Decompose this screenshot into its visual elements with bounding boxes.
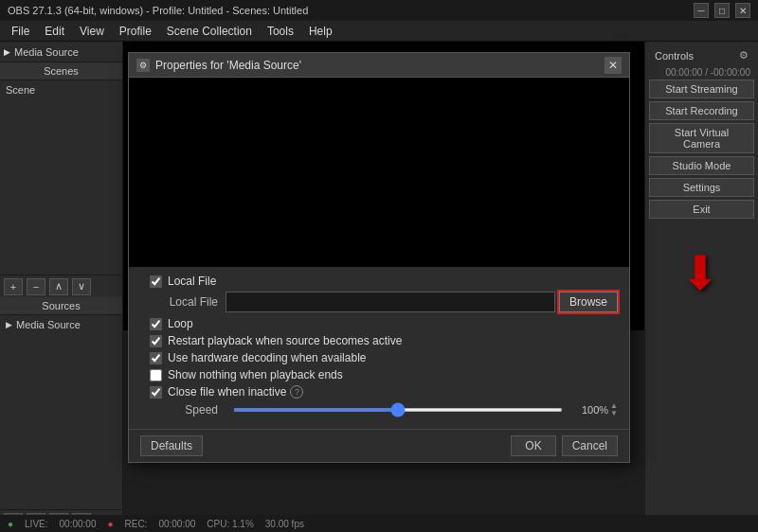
- nothing-label: Show nothing when playback ends: [168, 368, 343, 381]
- local-file-checkbox[interactable]: [150, 275, 162, 288]
- close-inactive-label: Close file when inactive: [168, 385, 286, 399]
- red-arrow-annotation: ⬇: [680, 246, 720, 301]
- loop-label: Loop: [168, 317, 193, 330]
- hardware-checkbox[interactable]: [150, 352, 162, 364]
- dialog-overlay: ⚙ Properties for 'Media Source' ✕ Local …: [0, 0, 758, 532]
- info-icon: ?: [290, 385, 303, 399]
- dialog-titlebar: ⚙ Properties for 'Media Source' ✕: [129, 53, 629, 78]
- nothing-checkbox-row: Show nothing when playback ends: [140, 368, 618, 381]
- dialog-close-button[interactable]: ✕: [605, 57, 622, 74]
- loop-checkbox-row: Loop: [140, 317, 618, 330]
- dialog-footer: Defaults OK Cancel: [129, 429, 629, 462]
- restart-checkbox-row: Restart playback when source becomes act…: [140, 334, 618, 347]
- local-file-row: Local File Browse: [140, 292, 618, 312]
- speed-down-arrow[interactable]: ▼: [610, 410, 618, 417]
- defaults-button[interactable]: Defaults: [140, 435, 203, 456]
- browse-button[interactable]: Browse: [559, 292, 618, 312]
- hardware-checkbox-row: Use hardware decoding when available: [140, 351, 618, 364]
- local-file-input[interactable]: [226, 292, 555, 312]
- speed-value: 100%: [570, 404, 608, 416]
- ok-button[interactable]: OK: [511, 435, 555, 456]
- nothing-checkbox[interactable]: [150, 369, 162, 381]
- loop-checkbox[interactable]: [150, 318, 162, 330]
- dialog-title: Properties for 'Media Source': [155, 59, 301, 72]
- speed-label: Speed: [140, 403, 226, 417]
- speed-row: Speed 100% ▲ ▼: [140, 402, 618, 417]
- cancel-button[interactable]: Cancel: [562, 435, 618, 456]
- restart-label: Restart playback when source becomes act…: [168, 334, 402, 347]
- dialog-body: Local File Local File Browse Loop Restar…: [129, 267, 629, 429]
- dialog-preview: [129, 78, 629, 267]
- restart-checkbox[interactable]: [150, 335, 162, 347]
- local-file-label: Local File: [140, 295, 226, 309]
- dialog-title-icon: ⚙: [136, 59, 150, 72]
- speed-arrows: ▲ ▼: [610, 402, 618, 417]
- local-file-checkbox-label: Local File: [168, 275, 216, 288]
- properties-dialog: ⚙ Properties for 'Media Source' ✕ Local …: [128, 52, 630, 463]
- close-inactive-checkbox[interactable]: [150, 386, 162, 399]
- local-file-checkbox-row: Local File: [140, 275, 618, 288]
- hardware-label: Use hardware decoding when available: [168, 351, 366, 364]
- close-inactive-checkbox-row: Close file when inactive ?: [140, 385, 618, 399]
- speed-slider[interactable]: [233, 408, 563, 412]
